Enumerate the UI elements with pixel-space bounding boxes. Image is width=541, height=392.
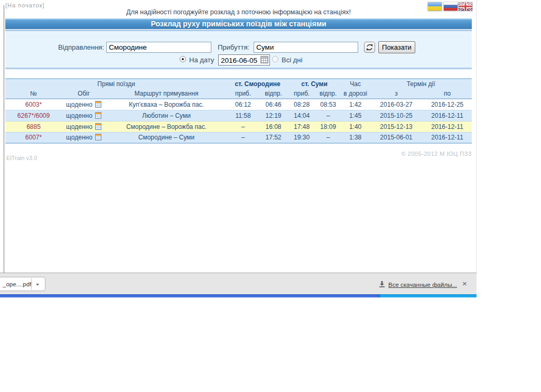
ukraine-flag-icon[interactable] xyxy=(428,2,442,11)
calendar-days-icon[interactable] xyxy=(95,112,101,119)
col-dep1: відпр. xyxy=(259,89,288,99)
browser-left-border xyxy=(4,5,4,273)
close-downloads-bar-icon[interactable]: × xyxy=(462,279,467,288)
arrival-label: Прибуття: xyxy=(218,43,249,51)
download-icon xyxy=(378,281,386,288)
uk-flag-icon[interactable] xyxy=(459,2,472,11)
duration: 1:45 xyxy=(341,110,370,121)
file-dropdown-arrow-icon[interactable] xyxy=(36,284,39,286)
train-number: 6007* xyxy=(5,132,62,143)
duration: 1:40 xyxy=(341,121,370,132)
schedule-table: Прямі поїзди ст. Смородине ст. Суми Час … xyxy=(5,78,472,144)
all-days-radio[interactable] xyxy=(272,56,278,62)
all-downloads-link[interactable]: Все скачанные файлы... xyxy=(388,282,457,288)
page-title: Розклад руху приміських поїздів між стан… xyxy=(5,18,472,29)
downloaded-file-name: _ope....pdf xyxy=(3,281,31,287)
refresh-icon xyxy=(366,43,374,51)
group-header-station-to: ст. Суми xyxy=(288,79,341,89)
warning-text: Для надійності погоджуйте розклад з пото… xyxy=(5,8,472,16)
swap-stations-button[interactable] xyxy=(364,42,375,53)
calendar-days-icon[interactable] xyxy=(95,101,101,108)
schedule-cell: щоденно xyxy=(62,132,106,143)
departure-label: Відправлення: xyxy=(58,43,104,51)
from-departure: 17:52 xyxy=(259,132,288,143)
gap xyxy=(5,69,472,78)
search-form: Відправлення: Прибуття: Показати На дату… xyxy=(5,31,472,68)
schedule-cell: щоденно xyxy=(62,99,106,110)
valid-from: 2015-12-13 xyxy=(370,121,423,132)
schedule-cell: щоденно xyxy=(62,110,106,121)
duration: 1:42 xyxy=(341,99,370,110)
table-row: 6007*щоденноСмородине – Суми–17:5219:30–… xyxy=(5,132,472,143)
to-arrival: 14:04 xyxy=(288,110,315,121)
from-arrival: – xyxy=(227,121,259,132)
on-date-label[interactable]: На дату xyxy=(189,56,214,64)
valid-to: 2016-12-11 xyxy=(423,132,472,143)
divider xyxy=(31,278,32,290)
train-number: 6267*/6009 xyxy=(5,110,62,121)
valid-to: 2016-12-25 xyxy=(423,99,472,110)
show-button[interactable]: Показати xyxy=(378,41,415,53)
route: Смородине – Ворожба пас. xyxy=(106,121,227,132)
departure-input[interactable] xyxy=(106,42,211,53)
col-route: Маршрут прямування xyxy=(106,89,227,99)
duration: 1:38 xyxy=(341,132,370,143)
col-arr1: приб. xyxy=(227,89,259,99)
russia-flag-icon[interactable] xyxy=(444,2,458,11)
copyright: © 2005-2012 М ІОЦ ПЗЗ xyxy=(5,151,472,157)
group-header-direct-trains: Прямі поїзди xyxy=(5,79,227,89)
taskbar-strip-left xyxy=(0,294,379,297)
group-header-time: Час xyxy=(341,79,370,89)
downloaded-file-button[interactable]: _ope....pdf xyxy=(0,277,45,291)
table-row: 6003*щоденноКуп'єваха – Ворожба пас.06:1… xyxy=(5,99,472,110)
to-departure: 18:09 xyxy=(315,121,341,132)
calendar-days-icon[interactable] xyxy=(95,134,101,141)
calendar-days-icon[interactable] xyxy=(95,123,101,130)
col-schedule: Обіг xyxy=(62,89,106,99)
group-header-station-from: ст. Смородине xyxy=(227,79,288,89)
arrival-input[interactable] xyxy=(254,42,358,53)
from-arrival: 06:12 xyxy=(227,99,259,110)
downloads-bar: _ope....pdf Все скачанные файлы... × xyxy=(0,273,477,294)
home-link[interactable]: [На початок] xyxy=(5,2,45,8)
from-arrival: – xyxy=(227,132,259,143)
col-valid-from: з xyxy=(370,89,423,99)
schedule-rows: 6003*щоденноКуп'єваха – Ворожба пас.06:1… xyxy=(5,99,472,143)
from-departure: 12:19 xyxy=(259,110,288,121)
on-date-radio[interactable] xyxy=(180,56,186,62)
train-number: 6003* xyxy=(5,99,62,110)
col-number: № xyxy=(5,89,62,99)
train-number: 6885 xyxy=(5,121,62,132)
date-value: 2016-06-05 xyxy=(221,57,257,64)
route: Смородине – Суми xyxy=(106,132,227,143)
to-arrival: 08:28 xyxy=(288,99,315,110)
browser-right-border xyxy=(476,0,477,273)
valid-from: 2015-10-25 xyxy=(370,110,423,121)
table-row: 6885щоденноСмородине – Ворожба пас.–16:0… xyxy=(5,121,472,132)
to-arrival: 17:48 xyxy=(288,121,315,132)
calendar-icon[interactable] xyxy=(260,56,268,63)
to-arrival: 19:30 xyxy=(288,132,315,143)
to-departure: – xyxy=(315,132,341,143)
from-arrival: 11:58 xyxy=(227,110,259,121)
date-input[interactable]: 2016-06-05 xyxy=(218,54,270,66)
all-days-label[interactable]: Всі дні xyxy=(282,56,302,64)
col-dep2: відпр. xyxy=(315,89,341,99)
valid-from: 2015-06-01 xyxy=(370,132,423,143)
col-valid-to: по xyxy=(423,89,472,99)
valid-to: 2016-12-11 xyxy=(423,121,472,132)
from-departure: 06:46 xyxy=(259,99,288,110)
valid-from: 2016-03-27 xyxy=(370,99,423,110)
table-row: 6267*/6009щоденноЛюботин – Суми11:5812:1… xyxy=(5,110,472,121)
route: Куп'єваха – Ворожба пас. xyxy=(106,99,227,110)
route: Люботин – Суми xyxy=(106,110,227,121)
group-header-validity: Термін дії xyxy=(370,79,472,89)
col-duration: в дорозі xyxy=(341,89,370,99)
valid-to: 2016-12-11 xyxy=(423,110,472,121)
to-departure: – xyxy=(315,110,341,121)
col-arr2: приб. xyxy=(288,89,315,99)
schedule-cell: щоденно xyxy=(62,121,106,132)
to-departure: 08:53 xyxy=(315,99,341,110)
taskbar-strip-right xyxy=(379,294,477,297)
from-departure: 16:08 xyxy=(259,121,288,132)
